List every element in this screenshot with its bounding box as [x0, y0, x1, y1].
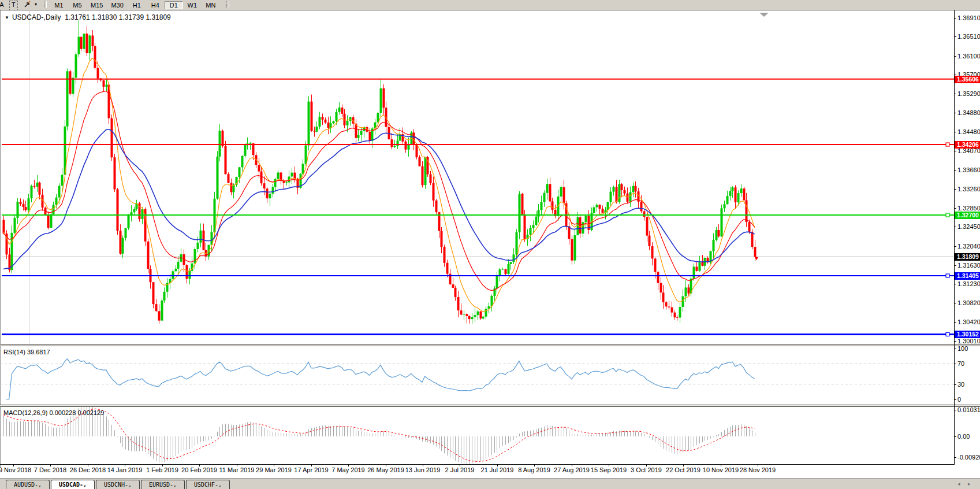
level-line-handle[interactable]	[946, 143, 949, 146]
level-line-handle[interactable]	[946, 274, 949, 277]
rsi-axis-tick	[954, 364, 956, 364]
chart-window: ▼USDCAD-,Daily 1.31761 1.31830 1.31739 1…	[0, 10, 980, 478]
chart-tab-usdcad[interactable]: USDCAD-, Daily	[51, 480, 95, 489]
price-axis-tick	[954, 341, 956, 342]
price-level-badge: 1.34206	[955, 141, 980, 149]
symbol-dropdown-icon[interactable]: ▼	[5, 15, 9, 20]
price-axis-label: 1.33660	[957, 166, 980, 173]
price-axis-label: 1.36910	[957, 14, 980, 21]
price-axis-label: 1.36100	[957, 53, 980, 60]
cursor-tool[interactable]: A	[0, 0, 5, 9]
macd-histogram	[4, 407, 755, 464]
macd-header: MACD(12,26,9) 0.000228 0.002129	[3, 409, 104, 416]
price-axis-label: 1.30420	[957, 318, 980, 325]
chart-tab-audusd[interactable]: AUDUSD-, Daily	[6, 480, 50, 489]
level-line-handle[interactable]	[946, 332, 949, 336]
timeframe-button-m15[interactable]: M15	[87, 1, 107, 9]
price-level-badge: 1.32700	[955, 212, 980, 219]
price-axis-label: 1.36510	[957, 33, 980, 40]
window-top-border	[0, 10, 980, 10]
rsi-axis-tick	[954, 384, 956, 385]
price-axis-tick	[954, 56, 956, 57]
macd-axis-label: 0.00	[957, 433, 980, 440]
rsi-axis-tick	[954, 349, 956, 349]
timeframe-toolbar: M1M5M15M30H1H4D1W1MN	[50, 0, 220, 10]
arrows-tool-icon[interactable]	[23, 0, 32, 9]
price-axis-tick	[954, 151, 956, 151]
price-axis-label: 1.32040	[957, 243, 980, 250]
price-level-badge: 1.31405	[955, 272, 980, 280]
timeframe-button-mn[interactable]: MN	[202, 1, 220, 9]
price-axis-tick	[954, 75, 956, 75]
rsi-axis-label: 0	[957, 396, 980, 403]
moving-average-fast	[3, 58, 755, 312]
rsi-header: RSI(14) 39.6817	[3, 349, 50, 355]
tab-scroll-right-icon[interactable]: ▸	[968, 481, 971, 487]
dropdown-caret-icon[interactable]: ▾	[33, 0, 38, 9]
rsi-plot[interactable]	[0, 346, 954, 405]
price-axis-tick	[954, 227, 956, 227]
chart-title-ohlc: 1.31761 1.31830 1.31739 1.31809	[65, 13, 171, 21]
price-axis-tick	[954, 36, 956, 37]
price-axis-label: 1.32850	[957, 205, 980, 212]
timeframe-button-m5[interactable]: M5	[68, 1, 87, 9]
chart-tab-bar: ◂ ▸ AUDUSD-, DailyUSDCAD-, DailyUSDCNH-,…	[0, 478, 980, 489]
chart-tab-usdcnh[interactable]: USDCNH-, Daily	[96, 480, 140, 489]
price-axis-tick	[954, 189, 956, 190]
price-axis-tick	[954, 303, 956, 303]
chart-tab-usdchf[interactable]: USDCHF-, Daily	[186, 480, 230, 489]
current-price-badge: 1.31809	[955, 253, 980, 261]
price-axis-label: 1.33260	[957, 186, 980, 192]
rsi-axis-label: 100	[957, 345, 980, 352]
price-axis-tick	[954, 170, 956, 171]
price-axis-label: 1.34880	[957, 109, 980, 116]
level-line-handle[interactable]	[946, 213, 949, 217]
rsi-axis-tick	[954, 399, 956, 400]
candlestick-series	[3, 20, 757, 324]
date-label: 28 Nov 2019	[732, 466, 784, 473]
toolbar-grip	[226, 1, 229, 8]
price-axis-label: 1.30010	[957, 338, 980, 344]
timeframe-button-m30[interactable]: M30	[107, 1, 127, 9]
price-level-badge: 1.35606	[955, 76, 980, 83]
price-axis-tick	[954, 284, 956, 284]
price-axis-tick	[954, 322, 956, 323]
macd-axis-tick	[954, 457, 956, 458]
rsi-axis-label: 70	[957, 360, 980, 367]
mt4-window: A T ▾ M1M5M15M30H1H4D1W1MN ▼USDCAD-,Dail…	[0, 0, 980, 489]
macd-axis-label: 0.010311	[957, 406, 980, 413]
macd-axis-label: -0.009203	[957, 454, 980, 461]
price-axis-tick	[954, 265, 956, 266]
price-axis-label: 1.34480	[957, 128, 980, 135]
timeframe-button-h4[interactable]: H4	[146, 1, 165, 9]
diagonal-arrows-glyph	[24, 0, 32, 8]
tab-scroll-left-icon[interactable]: ◂	[957, 481, 960, 487]
chart-tab-eurusd[interactable]: EURUSD-, Daily	[141, 480, 185, 489]
timeframe-button-d1[interactable]: D1	[165, 1, 183, 9]
timeframe-button-w1[interactable]: W1	[183, 1, 202, 9]
price-axis-tick	[954, 94, 956, 94]
macd-plot[interactable]	[0, 407, 954, 464]
macd-axis-tick	[954, 436, 956, 437]
toolbar: A T ▾ M1M5M15M30H1H4D1W1MN	[0, 0, 980, 10]
macd-signal-line	[3, 409, 755, 461]
moving-average-slow	[3, 129, 755, 269]
price-axis-label: 1.31230	[957, 280, 980, 287]
price-level-badge: 1.30152	[955, 331, 980, 338]
price-axis-label: 1.30820	[957, 299, 980, 306]
chart-bottom-border	[0, 464, 954, 465]
price-axis-label: 1.32450	[957, 223, 980, 230]
price-axis-tick	[954, 132, 956, 132]
timeframe-button-h1[interactable]: H1	[128, 1, 146, 9]
macd-axis-tick	[954, 410, 956, 410]
price-axis-tick	[954, 18, 956, 18]
price-axis-tick	[954, 208, 956, 209]
timeframe-button-m1[interactable]: M1	[50, 1, 68, 9]
price-axis-tick	[954, 246, 956, 247]
price-axis-tick	[954, 113, 956, 113]
price-axis-label: 1.35290	[957, 90, 980, 97]
chart-shift-marker-icon[interactable]	[759, 13, 769, 17]
price-axis-label: 1.31630	[957, 262, 980, 269]
rsi-axis-label: 30	[957, 381, 980, 388]
price-chart-plot[interactable]	[0, 11, 954, 344]
